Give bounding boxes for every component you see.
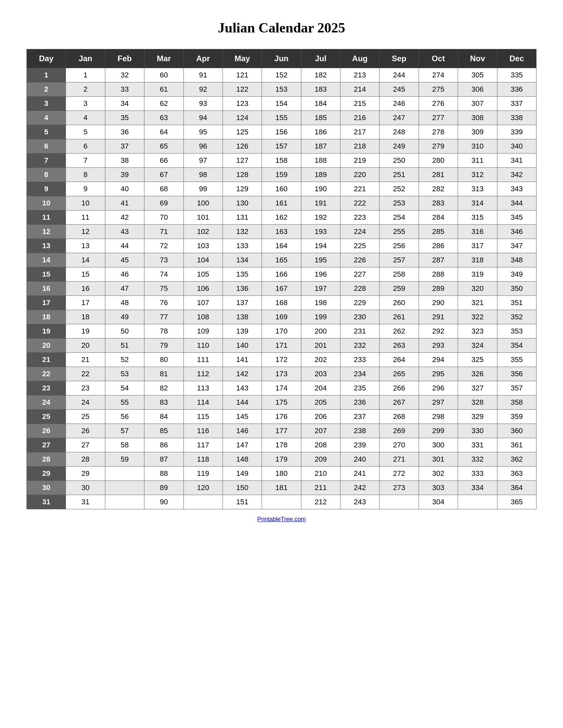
month-cell-oct: 294 bbox=[419, 353, 458, 367]
month-cell-oct: 300 bbox=[419, 438, 458, 452]
month-cell-jul: 184 bbox=[301, 97, 340, 111]
month-cell-oct: 290 bbox=[419, 296, 458, 310]
month-cell-jan: 23 bbox=[66, 381, 105, 395]
month-cell-sep: 259 bbox=[380, 282, 419, 296]
month-cell-mar: 78 bbox=[144, 324, 183, 339]
month-cell-aug: 222 bbox=[341, 196, 380, 210]
month-cell-nov: 329 bbox=[458, 410, 497, 424]
month-cell-apr: 94 bbox=[183, 111, 222, 125]
month-cell-jan: 9 bbox=[66, 182, 105, 196]
month-cell-mar: 81 bbox=[144, 367, 183, 381]
day-cell: 18 bbox=[27, 310, 66, 324]
month-cell-may: 146 bbox=[222, 424, 261, 438]
month-cell-jan: 6 bbox=[66, 139, 105, 154]
month-cell-dec: 356 bbox=[497, 367, 537, 381]
table-row: 77386697127158188219250280311341 bbox=[27, 154, 537, 168]
julian-calendar-table: DayJanFebMarAprMayJunJulAugSepOctNovDec … bbox=[26, 49, 537, 509]
month-cell-mar: 77 bbox=[144, 310, 183, 324]
month-cell-nov: 305 bbox=[458, 68, 497, 82]
month-cell-dec: 362 bbox=[497, 452, 537, 467]
month-cell-nov: 326 bbox=[458, 367, 497, 381]
month-cell-mar: 89 bbox=[144, 481, 183, 495]
month-cell-sep: 263 bbox=[380, 339, 419, 353]
footer-link[interactable]: PrintableTree.com bbox=[257, 516, 306, 523]
month-cell-jul: 191 bbox=[301, 196, 340, 210]
month-cell-apr: 109 bbox=[183, 324, 222, 339]
month-cell-dec: 364 bbox=[497, 481, 537, 495]
month-cell-apr: 116 bbox=[183, 424, 222, 438]
month-cell-apr: 91 bbox=[183, 68, 222, 82]
month-cell-mar: 60 bbox=[144, 68, 183, 82]
month-cell-jun: 180 bbox=[262, 467, 301, 481]
month-cell-feb: 36 bbox=[105, 125, 144, 139]
month-cell-feb: 54 bbox=[105, 381, 144, 395]
column-header-day: Day bbox=[27, 49, 66, 68]
month-cell-jan: 4 bbox=[66, 111, 105, 125]
month-cell-mar: 69 bbox=[144, 196, 183, 210]
month-cell-jan: 18 bbox=[66, 310, 105, 324]
month-cell-sep: 244 bbox=[380, 68, 419, 82]
month-cell-aug: 229 bbox=[341, 296, 380, 310]
month-cell-mar: 79 bbox=[144, 339, 183, 353]
month-cell-jul: 192 bbox=[301, 210, 340, 225]
month-cell-oct: 297 bbox=[419, 395, 458, 410]
month-cell-nov: 311 bbox=[458, 154, 497, 168]
month-cell-jul: 195 bbox=[301, 253, 340, 267]
month-cell-jun: 176 bbox=[262, 410, 301, 424]
month-cell-oct: 301 bbox=[419, 452, 458, 467]
month-cell-feb: 42 bbox=[105, 210, 144, 225]
month-cell-apr: 101 bbox=[183, 210, 222, 225]
month-cell-jun: 179 bbox=[262, 452, 301, 467]
day-cell: 30 bbox=[27, 481, 66, 495]
month-cell-aug: 220 bbox=[341, 168, 380, 182]
month-cell-nov: 317 bbox=[458, 239, 497, 253]
month-cell-aug: 224 bbox=[341, 225, 380, 239]
month-cell-feb bbox=[105, 467, 144, 481]
table-row: 12124371102132163193224255285316346 bbox=[27, 225, 537, 239]
month-cell-mar: 73 bbox=[144, 253, 183, 267]
table-row: 11326091121152182213244274305335 bbox=[27, 68, 537, 82]
month-cell-jul: 183 bbox=[301, 82, 340, 97]
month-cell-dec: 354 bbox=[497, 339, 537, 353]
month-cell-mar: 86 bbox=[144, 438, 183, 452]
month-cell-oct: 277 bbox=[419, 111, 458, 125]
month-cell-apr: 104 bbox=[183, 253, 222, 267]
month-cell-aug: 238 bbox=[341, 424, 380, 438]
table-row: 21215280111141172202233264294325355 bbox=[27, 353, 537, 367]
month-cell-may: 141 bbox=[222, 353, 261, 367]
month-cell-sep: 247 bbox=[380, 111, 419, 125]
month-cell-sep: 268 bbox=[380, 410, 419, 424]
month-cell-nov: 313 bbox=[458, 182, 497, 196]
month-cell-jan: 28 bbox=[66, 452, 105, 467]
month-cell-oct: 302 bbox=[419, 467, 458, 481]
month-cell-dec: 365 bbox=[497, 495, 537, 509]
month-cell-jun bbox=[262, 495, 301, 509]
month-cell-mar: 70 bbox=[144, 210, 183, 225]
month-cell-nov: 327 bbox=[458, 381, 497, 395]
month-cell-mar: 61 bbox=[144, 82, 183, 97]
month-cell-dec: 338 bbox=[497, 111, 537, 125]
month-cell-dec: 343 bbox=[497, 182, 537, 196]
month-cell-jul: 205 bbox=[301, 395, 340, 410]
table-row: 88396798128159189220251281312342 bbox=[27, 168, 537, 182]
month-cell-jul: 207 bbox=[301, 424, 340, 438]
month-cell-oct: 278 bbox=[419, 125, 458, 139]
table-row: 313190151212243304365 bbox=[27, 495, 537, 509]
month-cell-feb bbox=[105, 495, 144, 509]
month-cell-jul: 185 bbox=[301, 111, 340, 125]
month-cell-aug: 213 bbox=[341, 68, 380, 82]
month-cell-feb: 35 bbox=[105, 111, 144, 125]
month-cell-jan: 2 bbox=[66, 82, 105, 97]
month-cell-jun: 181 bbox=[262, 481, 301, 495]
month-cell-may: 140 bbox=[222, 339, 261, 353]
month-cell-feb bbox=[105, 481, 144, 495]
month-cell-nov: 318 bbox=[458, 253, 497, 267]
month-cell-apr: 112 bbox=[183, 367, 222, 381]
month-cell-dec: 345 bbox=[497, 210, 537, 225]
month-cell-may: 150 bbox=[222, 481, 261, 495]
table-row: 303089120150181211242273303334364 bbox=[27, 481, 537, 495]
month-cell-apr: 107 bbox=[183, 296, 222, 310]
month-cell-mar: 88 bbox=[144, 467, 183, 481]
month-cell-feb: 40 bbox=[105, 182, 144, 196]
month-cell-aug: 215 bbox=[341, 97, 380, 111]
